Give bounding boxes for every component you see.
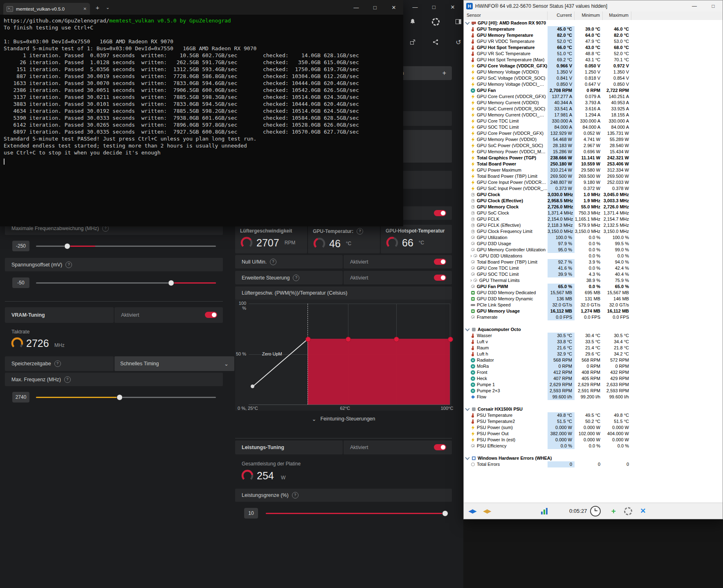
sensor-row[interactable]: GPU VR VDDC Temperature52.0 °C47.9 °C53.… [464, 38, 723, 45]
sensor-row[interactable]: GPU Core TDC Limit330.000 A330.000 A330.… [464, 118, 723, 124]
sensor-row[interactable]: GPU D3D Memory Dynamic136 MB131 MB146 MB [464, 296, 723, 302]
sensor-section-row[interactable]: Aquacomputer Octo [464, 326, 723, 333]
maximize-button[interactable]: □ [424, 1, 443, 13]
sensor-section-row[interactable]: Windows Hardware Errors (WHEA) [464, 455, 723, 461]
max-frequency-value[interactable]: 2740 [12, 392, 29, 402]
sensor-row[interactable]: Total Graphics Power (TGP)238.666 W11.14… [464, 155, 723, 161]
sensor-row[interactable]: Wasser30.5 °C30.4 °C30.5 °C [464, 333, 723, 339]
help-icon[interactable] [64, 376, 71, 383]
nav-arrows-button[interactable]: ◀▶ [466, 505, 478, 517]
sensor-row[interactable]: Radiator568 RPM568 RPM572 RPM [464, 357, 723, 363]
sensor-row[interactable]: GPU FCLK (Effective)2,118.3 MHz579.9 MHz… [464, 222, 723, 228]
memory-timing-dropdown[interactable]: Schnelles Timing ⌄ [115, 356, 234, 371]
sensor-row[interactable]: PSU Power Out382.000 W102.000 W404.000 W [464, 431, 723, 437]
sensor-row[interactable]: GPU Fan2,708 RPM0 RPM2,722 RPM [464, 87, 723, 94]
column-header-maximum[interactable]: Maximum [603, 11, 631, 20]
sensor-row[interactable]: GPU SoC Input Power (VDDCR_SOC)0.373 W0.… [464, 186, 723, 192]
sensor-row[interactable]: MoRa0 RPM0 RPM0 RPM [464, 363, 723, 369]
layout-button[interactable] [454, 17, 463, 26]
sensor-row[interactable]: GPU Fan PWM65.0 %0.0 %65.0 % [464, 284, 723, 290]
sensor-row[interactable]: GPU Memory Clock2,726.0 MHz55.0 MHz2,726… [464, 204, 723, 210]
sensor-section-row[interactable]: Corsair HX1500i PSU [464, 406, 723, 412]
sensor-row[interactable]: Front412 RPM408 RPM432 RPM [464, 369, 723, 376]
help-icon[interactable] [357, 228, 363, 235]
column-header-minimum[interactable]: Minimum [575, 11, 603, 20]
reset-button[interactable]: ↺ [454, 38, 463, 47]
add-sensor-button[interactable]: + [607, 505, 620, 517]
sensor-row[interactable]: GPU Memory Controller Utilization95.0 %0… [464, 247, 723, 253]
help-icon[interactable] [293, 275, 299, 281]
help-icon[interactable] [292, 492, 299, 499]
graph-button[interactable] [538, 505, 550, 517]
slider-handle[interactable] [64, 243, 70, 249]
power-limit-slider[interactable] [266, 513, 447, 514]
freq-deviation-value[interactable]: -250 [12, 241, 29, 251]
sensor-row[interactable]: GPU Utilization100.0 %0.0 %100.0 % [464, 235, 723, 241]
settings-button[interactable] [431, 17, 440, 26]
sensor-row[interactable]: Total Board Power250.180 W10.559 W253.40… [464, 161, 723, 167]
sensor-row[interactable]: GPU Memory Power (VDDCI_MEM)15.286 W0.69… [464, 149, 723, 155]
column-header-current[interactable]: Current [548, 11, 575, 20]
sensor-row[interactable]: Raum21.6 °C21.4 °C21.8 °C [464, 345, 723, 351]
sensor-row[interactable]: Total Board Power (TBP) Limit92.7 %3.9 %… [464, 259, 723, 265]
expand-chevron-icon[interactable]: › [470, 253, 472, 259]
new-tab-button[interactable]: + [96, 4, 99, 11]
sensor-row[interactable]: GPU Core Input Power (VDDCR_GFX)248.807 … [464, 179, 723, 186]
voltage-offset-slider[interactable] [36, 282, 216, 284]
max-frequency-slider[interactable] [36, 397, 216, 398]
column-header-sensor[interactable]: Sensor [464, 11, 548, 20]
sensor-row[interactable]: PSU Temperature251.5 °C50.2 °C51.5 °C [464, 418, 723, 425]
sensor-row[interactable]: PSU Power (sum)0.000 W0.000 W0.000 W [464, 425, 723, 431]
fan-curve-point[interactable] [448, 337, 453, 342]
collapse-arrow-icon[interactable] [465, 326, 469, 331]
collapse-arrow-icon[interactable] [465, 406, 469, 411]
sensor-row[interactable]: GPU Power Maximum310.214 W29.580 W312.33… [464, 167, 723, 173]
sensor-row[interactable]: GPU Temperature45.0 °C39.0 °C46.0 °C [464, 26, 723, 32]
sensor-row[interactable]: Pumpe 2+32,593 RPM2,591 RPM2,593 RPM [464, 388, 723, 394]
sensor-row[interactable]: GPU Clock Frequency Limit3,150.0 MHz3,15… [464, 228, 723, 235]
power-tuning-toggle[interactable] [434, 444, 446, 450]
sensor-row[interactable]: GPU FCLK2,154.0 MHz1,165.1 MHz2,154.7 MH… [464, 216, 723, 222]
close-button[interactable]: ✕ [443, 1, 462, 13]
minimize-button[interactable]: — [685, 0, 704, 11]
maximize-button[interactable]: □ [366, 0, 384, 15]
terminal-titlebar[interactable]: memtest_vulkan-v0.5.0 ✕ + ⌄ — □ ✕ [0, 0, 403, 15]
toggle-switch[interactable] [434, 210, 446, 216]
zero-rpm-toggle[interactable] [434, 259, 446, 265]
sensor-row[interactable]: Pumpe 12,629 RPM2,629 RPM2,633 RPM [464, 382, 723, 388]
sensor-row[interactable]: GPU Hot Spot Temperature66.0 °C43.0 °C68… [464, 45, 723, 51]
sensor-row[interactable]: Luft v33.8 °C33.5 °C34.4 °C [464, 339, 723, 345]
sensor-row[interactable]: GPU Hot Spot Temperature (Max)69.2 °C43.… [464, 57, 723, 63]
collapse-arrow-icon[interactable] [465, 455, 469, 460]
slider-handle[interactable] [442, 510, 448, 516]
fine-tuning-expander[interactable]: ⌄ Feintuning-Steuerungen [235, 413, 452, 425]
minimize-button[interactable]: — [347, 0, 366, 15]
close-sensors-button[interactable]: ✕ [637, 505, 649, 517]
sensor-row[interactable]: ›GPU D3D Utilizations0.0 %0.0 % [464, 253, 723, 259]
notifications-button[interactable] [408, 17, 417, 26]
sensor-row[interactable]: GPU Memory Usage16,112 MB1,274 MB16,112 … [464, 308, 723, 314]
sensor-row[interactable]: GPU Clock3,030.0 MHz1.0 MHz3,045.0 MHz [464, 192, 723, 198]
voltage-offset-value[interactable]: -50 [12, 277, 29, 288]
zero-rpm-point[interactable] [251, 385, 254, 388]
sensor-row[interactable]: ›GPU Thermal Limits38.9 %75.9 % [464, 277, 723, 284]
slider-handle[interactable] [117, 394, 123, 400]
slider-handle[interactable] [168, 280, 174, 286]
sensor-row[interactable]: GPU Core Current (VDDCR_GFX)137.277 A0.0… [464, 94, 723, 100]
sensor-row[interactable]: GPU VR SoC Temperature51.0 °C48.8 °C52.0… [464, 51, 723, 57]
sensor-row[interactable]: GPU SOC TDC Limit39.9 %4.3 %40.4 % [464, 271, 723, 277]
sensor-row[interactable]: GPU SOC TDC Limit84.000 A84.000 A84.000 … [464, 124, 723, 130]
sensor-row[interactable]: GPU SoC Clock1,371.4 MHz750.3 MHz1,371.4… [464, 210, 723, 216]
fan-curve-chart[interactable]: 100 %50 %0 %, 25°C62°C100°CZero UpM [235, 300, 452, 411]
sensor-row[interactable]: GPU Memory Voltage (VDDCI_MEM)0.850 V0.6… [464, 81, 723, 87]
help-icon[interactable] [65, 262, 72, 268]
export-button[interactable] [408, 38, 417, 47]
sensor-row[interactable]: GPU Memory Current (VDDIO)40.344 A3.793 … [464, 100, 723, 106]
terminal-tab[interactable]: memtest_vulkan-v0.5.0 ✕ [3, 3, 90, 15]
sensor-row[interactable]: Total Board Power (TBP) Limit269.500 W26… [464, 173, 723, 179]
sensor-row[interactable]: GPU SoC Voltage (VDDCR_SOC)0.841 V0.818 … [464, 75, 723, 81]
sensor-row[interactable]: GPU Core Voltage (VDDCR_GFX)0.966 V0.050… [464, 63, 723, 69]
advanced-control-toggle[interactable] [434, 275, 446, 281]
power-limit-value[interactable]: 10 [244, 508, 258, 519]
minimize-button[interactable]: — [406, 1, 424, 13]
